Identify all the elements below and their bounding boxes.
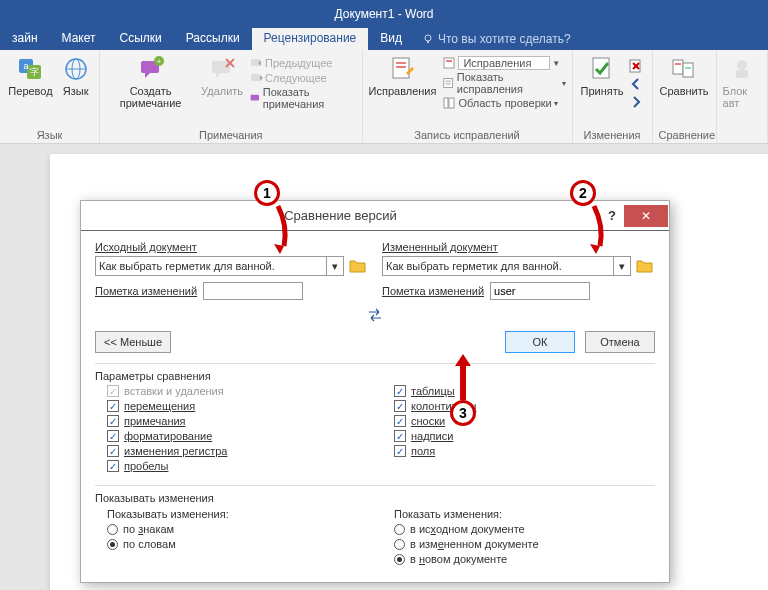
- svg-rect-26: [444, 98, 448, 108]
- cb-case[interactable]: ✓изменения регистра: [107, 445, 368, 457]
- params-title: Параметры сравнения: [95, 363, 655, 382]
- svg-rect-18: [393, 58, 409, 78]
- track-mode-combo[interactable]: Исправления▼: [442, 56, 565, 70]
- translate-button[interactable]: a字 Перевод: [8, 54, 52, 97]
- changed-browse-button[interactable]: [635, 256, 655, 276]
- accept-button[interactable]: Принять: [581, 54, 624, 110]
- show-in-label: Показать изменения:: [394, 508, 655, 520]
- next-change-icon[interactable]: [628, 94, 644, 110]
- annotation-marker-2: 2: [570, 180, 596, 206]
- cancel-button[interactable]: Отмена: [585, 331, 655, 353]
- tab-review[interactable]: Рецензирование: [252, 28, 369, 50]
- ok-button[interactable]: ОК: [505, 331, 575, 353]
- chevron-down-icon: ▾: [613, 257, 630, 275]
- svg-text:a: a: [23, 61, 28, 71]
- annotation-marker-1: 1: [254, 180, 280, 206]
- tab-design[interactable]: зайн: [0, 28, 50, 50]
- svg-text:+: +: [156, 57, 161, 66]
- radio-by-chars[interactable]: по знакам: [107, 523, 368, 535]
- radio-in-source[interactable]: в исходном документе: [394, 523, 655, 535]
- tracking-button[interactable]: Исправления: [369, 54, 437, 97]
- cb-formatting[interactable]: ✓форматирование: [107, 430, 368, 442]
- cb-headers[interactable]: ✓колонтитулы: [394, 400, 655, 412]
- source-browse-button[interactable]: [348, 256, 368, 276]
- app-titlebar: Документ1 - Word: [0, 0, 768, 28]
- show-markup-button[interactable]: Показать исправления▾: [442, 71, 565, 95]
- compare-icon: [669, 54, 699, 84]
- group-compare-label: Сравнение: [659, 129, 710, 141]
- annotation-arrow-1: [266, 200, 296, 258]
- svg-rect-37: [736, 70, 748, 78]
- new-comment-icon: +: [136, 54, 166, 84]
- new-comment-button[interactable]: + Создать примечание: [106, 54, 195, 109]
- mark-source-input[interactable]: [203, 282, 303, 300]
- annotation-arrow-3: [448, 350, 478, 406]
- accept-icon: [587, 54, 617, 84]
- svg-point-0: [425, 35, 431, 41]
- svg-rect-32: [673, 60, 683, 74]
- annotation-arrow-2: [582, 200, 612, 258]
- tell-me-search[interactable]: Что вы хотите сделать?: [422, 28, 571, 50]
- cb-captions[interactable]: ✓надписи: [394, 430, 655, 442]
- swap-button[interactable]: [95, 308, 655, 325]
- chevron-down-icon: ▾: [326, 257, 343, 275]
- compare-button[interactable]: Сравнить: [660, 54, 709, 97]
- group-changes-label: Изменения: [579, 129, 646, 141]
- reject-icon[interactable]: [628, 58, 644, 74]
- cb-footnotes[interactable]: ✓сноски: [394, 415, 655, 427]
- cb-fields[interactable]: ✓поля: [394, 445, 655, 457]
- show-markup-icon: [442, 76, 454, 90]
- source-doc-combo[interactable]: Как выбрать герметик для ванной. ▾: [95, 256, 344, 276]
- svg-rect-27: [449, 98, 454, 108]
- prev-comment-button[interactable]: Предыдущее: [249, 56, 355, 70]
- tab-view[interactable]: Вид: [368, 28, 414, 50]
- cb-tables[interactable]: ✓таблицы: [394, 385, 655, 397]
- annotation-marker-3: 3: [450, 400, 476, 426]
- svg-rect-33: [683, 63, 693, 77]
- group-language-label: Язык: [6, 129, 93, 141]
- block-icon: [727, 54, 757, 84]
- tab-references[interactable]: Ссылки: [107, 28, 173, 50]
- delete-comment-button[interactable]: Удалить: [201, 54, 243, 97]
- tell-me-label: Что вы хотите сделать?: [438, 32, 571, 46]
- less-button[interactable]: << Меньше: [95, 331, 171, 353]
- tracking-icon: [387, 54, 417, 84]
- svg-rect-23: [444, 79, 453, 88]
- svg-rect-17: [251, 95, 259, 101]
- mark-changed-label: Пометка изменений: [382, 285, 484, 297]
- tab-mailings[interactable]: Рассылки: [174, 28, 252, 50]
- swap-icon: [367, 308, 383, 322]
- radio-in-changed[interactable]: в измененном документе: [394, 538, 655, 550]
- source-doc-label: Исходный документ: [95, 241, 368, 253]
- dialog-title: Сравнение версий: [81, 208, 600, 223]
- folder-icon: [636, 258, 654, 274]
- changed-doc-combo[interactable]: Как выбрать герметик для ванной. ▾: [382, 256, 631, 276]
- translate-icon: a字: [16, 54, 46, 84]
- mark-changed-input[interactable]: [490, 282, 590, 300]
- svg-rect-21: [444, 58, 454, 68]
- show-comments-icon: [249, 91, 261, 105]
- radio-by-words[interactable]: по словам: [107, 538, 368, 550]
- group-tracking-label: Запись исправлений: [369, 129, 566, 141]
- cb-moves[interactable]: ✓перемещения: [107, 400, 368, 412]
- block-authors-button[interactable]: Блок авт: [723, 54, 761, 109]
- show-changes-title: Показывать изменения: [95, 485, 655, 504]
- prev-change-icon[interactable]: [628, 76, 644, 92]
- language-icon: [61, 54, 91, 84]
- folder-icon: [349, 258, 367, 274]
- show-changes-label: Показывать изменения:: [107, 508, 368, 520]
- cb-whitespace[interactable]: ✓пробелы: [107, 460, 368, 472]
- mark-source-label: Пометка изменений: [95, 285, 197, 297]
- show-comments-button[interactable]: Показать примечания: [249, 86, 355, 110]
- svg-point-36: [737, 60, 747, 70]
- language-button[interactable]: Язык: [61, 54, 91, 97]
- review-pane-button[interactable]: Область проверки▾: [442, 96, 565, 110]
- svg-rect-16: [251, 74, 260, 81]
- next-comment-button[interactable]: Следующее: [249, 71, 355, 85]
- svg-rect-1: [427, 41, 429, 43]
- radio-in-new[interactable]: в новом документе: [394, 553, 655, 565]
- tab-layout[interactable]: Макет: [50, 28, 108, 50]
- cb-inserts: ✓вставки и удаления: [107, 385, 368, 397]
- cb-comments[interactable]: ✓примечания: [107, 415, 368, 427]
- dialog-close-button[interactable]: ✕: [624, 205, 668, 227]
